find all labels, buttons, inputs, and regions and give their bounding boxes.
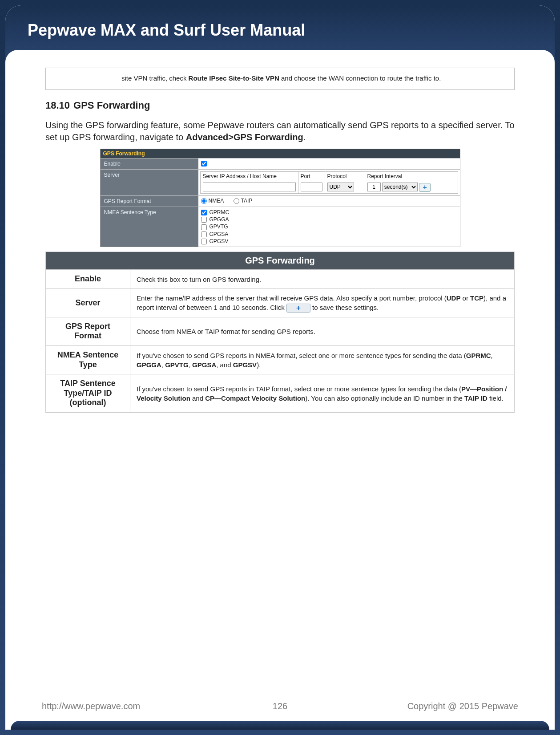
config-label-enable: Enable xyxy=(101,158,198,169)
desc-nmea-b4: GPGSA xyxy=(192,361,216,369)
desc-nmea-label: NMEA Sentence Type xyxy=(46,346,130,374)
server-proto-select[interactable]: UDP xyxy=(327,183,354,191)
server-col-ip: Server IP Address / Host Name xyxy=(200,171,298,181)
enable-checkbox[interactable] xyxy=(201,161,207,166)
nmea-gpvtg-checkbox[interactable] xyxy=(201,224,207,230)
desc-nmea-b5: GPGSV xyxy=(233,361,257,369)
format-radio-nmea[interactable] xyxy=(201,198,207,204)
desc-format-text: Choose from NMEA or TAIP format for send… xyxy=(130,317,515,345)
desc-nmea-c3: , xyxy=(189,361,192,369)
desc-header: GPS Forwarding xyxy=(46,252,515,270)
server-col-port: Port xyxy=(298,171,325,181)
nmea-opt-1: GPGGA xyxy=(209,216,229,223)
desc-server-plus-icon: + xyxy=(286,304,310,313)
desc-server-t2: or xyxy=(460,294,470,302)
server-col-interval: Report Interval xyxy=(365,171,458,181)
desc-nmea-b3: GPVTG xyxy=(165,361,189,369)
nmea-opt-0: GPRMC xyxy=(209,209,230,215)
page-title: Pepwave MAX and Surf User Manual xyxy=(28,21,532,40)
format-radio-taip[interactable] xyxy=(234,198,239,204)
desc-taip-t3: field. xyxy=(487,394,504,402)
nmea-opt-3: GPGSA xyxy=(209,231,229,237)
topbox-pretext: site VPN traffic, check xyxy=(121,74,189,82)
desc-nmea-t1: If you've chosen to send GPS reports in … xyxy=(137,352,466,359)
server-interval-input[interactable] xyxy=(367,183,381,191)
topbox-bold: Route IPsec Site-to-Site VPN xyxy=(189,74,279,82)
desc-server-label: Server xyxy=(46,288,130,317)
intro-text-c: . xyxy=(303,132,306,142)
footer-copyright: Copyright @ 2015 Pepwave xyxy=(407,701,518,711)
desc-format-label: GPS Report Format xyxy=(46,317,130,345)
desc-nmea-c2: , xyxy=(161,361,165,369)
desc-nmea-c1: , xyxy=(491,352,493,359)
server-col-proto: Protocol xyxy=(325,171,365,181)
format-nmea-label: NMEA xyxy=(209,198,224,204)
intro-paragraph: Using the GPS forwarding feature, some P… xyxy=(45,119,515,143)
intro-text-b: Advanced>GPS Forwarding xyxy=(186,132,303,142)
topbox-post: and choose the WAN connection to route t… xyxy=(279,74,441,82)
section-title: GPS Forwarding xyxy=(73,100,150,111)
nmea-gpgsv-checkbox[interactable] xyxy=(201,239,207,244)
desc-taip-label: TAIP Sentence Type/TAIP ID (optional) xyxy=(46,374,130,413)
config-panel: GPS Forwarding Enable Server Server IP A… xyxy=(100,149,460,247)
desc-nmea-t2: ). xyxy=(257,361,261,369)
desc-taip-t1: If you've chosen to send GPS reports in … xyxy=(137,385,461,393)
section-number: 18.10 xyxy=(45,100,70,111)
nmea-opt-4: GPGSV xyxy=(209,238,229,244)
config-panel-title: GPS Forwarding xyxy=(101,149,460,158)
server-add-button[interactable]: + xyxy=(419,183,431,192)
desc-server-b1: UDP xyxy=(447,294,461,302)
continuation-box: site VPN traffic, check Route IPsec Site… xyxy=(45,68,515,90)
desc-taip-c1: and xyxy=(190,394,205,402)
nmea-gpgga-checkbox[interactable] xyxy=(201,217,207,223)
desc-nmea-text: If you've chosen to send GPS reports in … xyxy=(130,346,515,374)
footer-page-number: 126 xyxy=(273,701,287,711)
format-taip-label: TAIP xyxy=(241,198,253,204)
config-label-nmea: NMEA Sentence Type xyxy=(101,207,198,247)
server-interval-unit[interactable]: second(s) xyxy=(382,183,418,191)
desc-taip-text: If you've chosen to send GPS reports in … xyxy=(130,374,515,413)
page-footer: http://www.pepwave.com 126 Copyright @ 2… xyxy=(11,692,549,730)
nmea-gprmc-checkbox[interactable] xyxy=(201,210,207,215)
nmea-opt-2: GPVTG xyxy=(209,223,228,230)
desc-taip-b2: CP—Compact Velocity Solution xyxy=(205,394,305,402)
server-ip-input[interactable] xyxy=(203,183,296,191)
desc-server-b2: TCP xyxy=(470,294,483,302)
description-table: GPS Forwarding Enable Check this box to … xyxy=(45,252,515,413)
config-label-format: GPS Report Format xyxy=(101,196,198,207)
desc-server-text: Enter the name/IP address of the server … xyxy=(130,288,515,317)
section-heading: 18.10GPS Forwarding xyxy=(45,100,515,111)
desc-nmea-b1: GPRMC xyxy=(466,352,491,359)
desc-enable-label: Enable xyxy=(46,270,130,289)
desc-nmea-c4: , and xyxy=(216,361,233,369)
desc-taip-b3: TAIP ID xyxy=(464,394,487,402)
desc-server-t4: to save these settings. xyxy=(310,304,379,311)
server-port-input[interactable] xyxy=(301,183,322,191)
nmea-gpgsa-checkbox[interactable] xyxy=(201,231,207,237)
config-label-server: Server xyxy=(101,170,198,195)
desc-nmea-b2: GPGGA xyxy=(137,361,161,369)
desc-server-t1: Enter the name/IP address of the server … xyxy=(137,294,447,302)
footer-url: http://www.pepwave.com xyxy=(42,701,140,711)
desc-enable-text: Check this box to turn on GPS forwarding… xyxy=(130,270,515,289)
desc-taip-t2: ). You can also optionally include an ID… xyxy=(305,394,464,402)
